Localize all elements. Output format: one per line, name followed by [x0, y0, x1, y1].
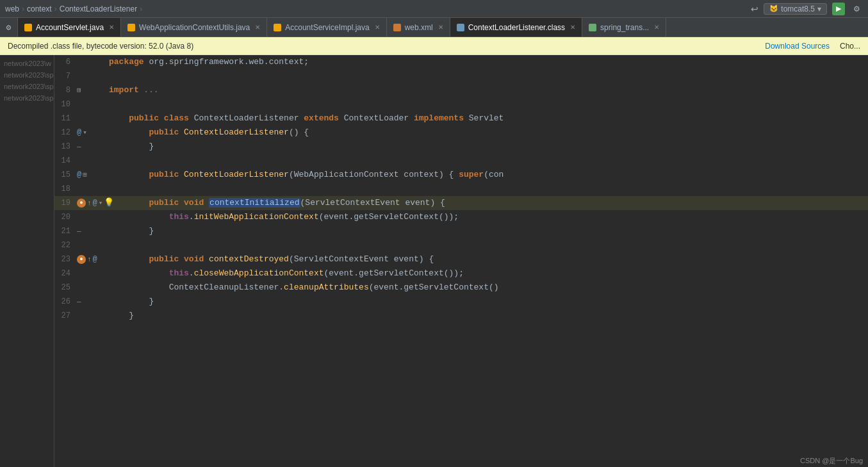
- code-content: public void contextDestroyed(ServletCont…: [109, 252, 868, 266]
- code-content: public ContextLoaderListener() {: [109, 126, 868, 140]
- tab-springtrans[interactable]: spring_trans... ✕: [582, 18, 666, 37]
- line-number: 25: [54, 281, 77, 295]
- back-icon[interactable]: ↩: [751, 4, 758, 14]
- run-button[interactable]: ▶: [832, 3, 845, 15]
- code-content: [109, 154, 868, 168]
- code-line-7: 7: [54, 69, 868, 83]
- breadcrumb: web › context › ContextLoaderListener ›: [5, 4, 751, 13]
- line-gutter: —: [77, 295, 109, 309]
- code-lines: 6 package org.springframework.web.contex…: [54, 55, 868, 323]
- tab-accountservlet[interactable]: AccountServlet.java ✕: [18, 18, 121, 37]
- line-number: 11: [54, 111, 77, 126]
- line-gutter: ● ↑ @ ▾ 💡: [77, 196, 109, 210]
- tomcat-badge[interactable]: 🐱 tomcat8.5 ▾: [764, 3, 827, 15]
- collapse-icon[interactable]: ⊞: [77, 83, 81, 97]
- code-line-12: 12 @ ▾ public ContextLoaderListener() {: [54, 126, 868, 140]
- xml-icon: [393, 24, 401, 31]
- expand-icon: ⊞: [83, 168, 87, 182]
- breadcrumb-sep1: ›: [22, 4, 24, 13]
- line-number: 23: [54, 252, 77, 266]
- line-gutter: —: [77, 224, 109, 238]
- tab-webxml[interactable]: web.xml ✕: [387, 18, 450, 37]
- choose-label: Cho...: [840, 42, 860, 51]
- notification-bar: Decompiled .class file, bytecode version…: [0, 37, 868, 55]
- tab-close-icon[interactable]: ✕: [255, 24, 260, 31]
- tab-close-icon[interactable]: ✕: [570, 24, 575, 31]
- line-number: 24: [54, 266, 77, 281]
- java-icon: [24, 24, 32, 31]
- notification-message: Decompiled .class file, bytecode version…: [8, 42, 193, 51]
- line-number: 19: [54, 196, 77, 210]
- code-line-6: 6 package org.springframework.web.contex…: [54, 55, 868, 69]
- code-content: [109, 97, 868, 111]
- sidebar-item-2: network2023\sp: [0, 69, 54, 81]
- code-line-10: 10: [54, 97, 868, 111]
- code-content: }: [109, 295, 868, 309]
- code-line-24: 24 this.closeWebApplicationContext(event…: [54, 266, 868, 281]
- code-content: this.initWebApplicationContext(event.get…: [109, 210, 868, 224]
- line-gutter: ● ↑ @: [77, 252, 109, 266]
- code-line-18: 18: [54, 182, 868, 196]
- line-gutter: @ ▾: [77, 126, 109, 140]
- tab-label: spring_trans...: [600, 23, 649, 32]
- tab-close-icon[interactable]: ✕: [109, 24, 114, 31]
- line-number: 13: [54, 140, 77, 154]
- line-gutter: ⊞: [77, 83, 109, 97]
- left-sidebar: network2023\w network2023\sp network2023…: [0, 55, 54, 467]
- code-line-20: 20 this.initWebApplicationContext(event.…: [54, 210, 868, 224]
- breadcrumb-web: web: [5, 4, 19, 13]
- tab-close-icon[interactable]: ✕: [654, 24, 659, 31]
- main-area: network2023\w network2023\sp network2023…: [0, 55, 868, 467]
- bottom-bar: CSDN @是一个Bug: [795, 455, 868, 467]
- code-content: ContextCleanupListener.cleanupAttributes…: [109, 281, 868, 295]
- breakpoint-icon[interactable]: ●: [77, 199, 86, 208]
- sidebar-item-1: network2023\w: [0, 58, 54, 69]
- tab-bar: ⚙ AccountServlet.java ✕ WebApplicationCo…: [0, 18, 868, 37]
- code-line-13: 13 — }: [54, 140, 868, 154]
- download-sources-link[interactable]: Download Sources: [765, 42, 830, 51]
- tab-close-icon[interactable]: ✕: [438, 24, 443, 31]
- line-gutter: —: [77, 140, 109, 154]
- csdn-label: CSDN @是一个Bug: [800, 457, 863, 464]
- tab-label: WebApplicationContextUtils.java: [139, 23, 250, 32]
- breakpoint-icon[interactable]: ●: [77, 255, 86, 264]
- java-icon: [274, 24, 281, 31]
- code-content: }: [109, 224, 868, 238]
- minus-icon: —: [77, 295, 81, 309]
- code-content: public void contextInitialized(ServletCo…: [109, 196, 868, 210]
- tab-contextloaderlistener[interactable]: ContextLoaderListener.class ✕: [450, 18, 582, 37]
- code-content: public ContextLoaderListener(WebApplicat…: [109, 168, 868, 182]
- code-content: public class ContextLoaderListener exten…: [109, 111, 868, 126]
- tab-accountserviceimpl[interactable]: AccountServiceImpl.java ✕: [267, 18, 386, 37]
- up-arrow-icon: ↑: [87, 252, 92, 266]
- line-number: 27: [54, 309, 77, 323]
- tab-label: AccountServlet.java: [36, 23, 104, 32]
- code-content: [109, 69, 868, 83]
- line-number: 18: [54, 182, 77, 196]
- line-number: 6: [54, 55, 77, 69]
- title-bar-right: ↩ 🐱 tomcat8.5 ▾ ▶ ⚙: [751, 3, 863, 15]
- breadcrumb-sep3: ›: [140, 4, 142, 13]
- tab-label: AccountServiceImpl.java: [285, 23, 369, 32]
- minus-icon: —: [77, 140, 81, 154]
- at-annotation-icon: @: [77, 168, 81, 182]
- code-line-26: 26 — }: [54, 295, 868, 309]
- settings-icon: ⚙: [6, 22, 12, 33]
- gear-button[interactable]: ⚙: [850, 3, 863, 15]
- code-area: 6 package org.springframework.web.contex…: [54, 55, 868, 467]
- sidebar-item-4: network2023\sp: [0, 92, 54, 104]
- code-line-19: 19 ● ↑ @ ▾ 💡 public void contextInitiali…: [54, 196, 868, 210]
- code-content: }: [109, 140, 868, 154]
- at-annotation-icon: @: [77, 126, 81, 140]
- line-gutter: @ ⊞: [77, 168, 109, 182]
- tab-close-icon[interactable]: ✕: [375, 24, 380, 31]
- up-arrow-icon: ↑: [87, 196, 92, 210]
- tab-webappcontextutils[interactable]: WebApplicationContextUtils.java ✕: [121, 18, 267, 37]
- line-number: 22: [54, 238, 77, 252]
- code-content: [109, 238, 868, 252]
- tab-label: ContextLoaderListener.class: [468, 23, 565, 32]
- tomcat-icon: 🐱: [769, 4, 778, 13]
- tab-settings-button[interactable]: ⚙: [0, 18, 18, 37]
- code-content: [109, 182, 868, 196]
- line-number: 7: [54, 69, 77, 83]
